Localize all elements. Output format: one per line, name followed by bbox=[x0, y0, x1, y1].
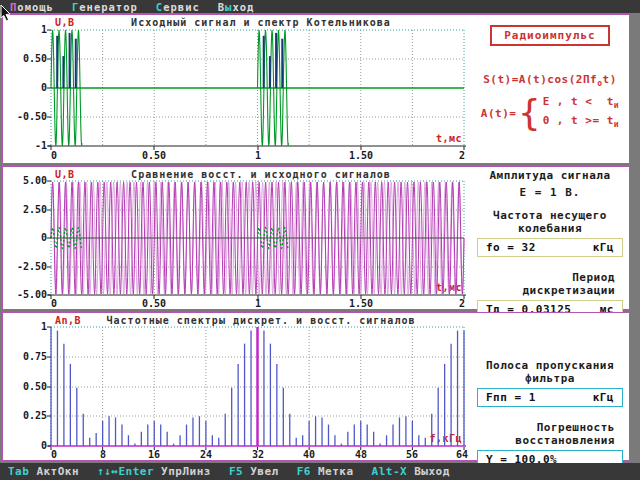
plot3-xtick: 32 bbox=[252, 449, 264, 460]
plot1-xtick: 2 bbox=[459, 150, 465, 161]
error-header-line1: Погрешность bbox=[475, 421, 625, 434]
plot2-title: Сравнение восст. и исходного сигналов bbox=[131, 169, 391, 180]
amplitude-header: Амплитуда сигнала bbox=[475, 169, 625, 182]
plot3-xtick: 16 bbox=[148, 449, 160, 460]
plot2-xtick: 0 bbox=[51, 298, 57, 309]
plot-spectra[interactable]: An,B Частотные спектры дискрет. и восст.… bbox=[3, 313, 471, 460]
panel-original-signal[interactable]: U,B Исходный сигнал и спектр Котельников… bbox=[2, 14, 630, 164]
plot3-ytick: 0 bbox=[41, 440, 47, 451]
band-header-line2: фильтра bbox=[475, 372, 625, 385]
amplitude-value: E = 1 В. bbox=[475, 186, 625, 199]
plot3-xtick: 64 bbox=[456, 449, 468, 460]
plot2-xtick: 2 bbox=[459, 298, 465, 309]
plot2-canvas bbox=[47, 181, 466, 299]
brace-glyph: { bbox=[518, 95, 540, 131]
plot3-ytick: 0.75 bbox=[23, 351, 47, 362]
plot1-title: Исходный сигнал и спектр Котельникова bbox=[131, 17, 391, 28]
info-signal-params: Амплитуда сигнала E = 1 В. Частота несущ… bbox=[471, 167, 629, 309]
period-header-line1: Период bbox=[475, 271, 625, 284]
plot2-ytick: -2.50 bbox=[17, 261, 47, 272]
period-header-line2: дискретизации bbox=[475, 284, 625, 297]
plot2-xtick: 0.50 bbox=[142, 298, 166, 309]
filter-band-box: Fпп = 1кГц bbox=[477, 388, 623, 407]
plot2-ylabel: U,B bbox=[55, 169, 75, 180]
plot3-xtick: 56 bbox=[406, 449, 418, 460]
statuskey-altx[interactable]: Alt-XВыход bbox=[372, 465, 450, 478]
carrier-header-line2: колебания bbox=[475, 222, 625, 235]
menu-item-help[interactable]: Помощь bbox=[10, 1, 54, 13]
plot3-ylabel: An,B bbox=[55, 315, 81, 326]
statuskey-f5[interactable]: F5Увел bbox=[229, 465, 279, 478]
statuskey-arrows-enter[interactable]: ↑↓↔EnterУпрЛинз bbox=[97, 465, 211, 478]
plot3-xtick: 40 bbox=[303, 449, 315, 460]
carrier-frequency-box: fo = 32кГц bbox=[477, 238, 623, 257]
plot1-xtick: 1.50 bbox=[349, 150, 373, 161]
status-bar: TabАктОкн ↑↓↔EnterУпрЛинз F5Увел F6Метка… bbox=[0, 463, 640, 480]
panel-spectra[interactable]: An,B Частотные спектры дискрет. и восст.… bbox=[2, 312, 630, 461]
plot1-xtick: 0 bbox=[51, 150, 57, 161]
radio-pulse-badge: Радиоимпульс bbox=[490, 25, 609, 46]
envelope-formula: A(t)= { E , t < tи 0 , t >= tи bbox=[475, 94, 625, 132]
plot2-ytick: 2.50 bbox=[23, 204, 47, 215]
statuskey-f6[interactable]: F6Метка bbox=[297, 465, 354, 478]
plot-original-signal[interactable]: U,B Исходный сигнал и спектр Котельников… bbox=[3, 15, 471, 163]
plot1-ytick: 0.50 bbox=[23, 53, 47, 64]
plot1-xtick: 0.50 bbox=[142, 150, 166, 161]
plot2-ytick: 5.00 bbox=[23, 175, 47, 186]
plot3-ytick: 1 bbox=[41, 321, 47, 332]
plot3-xtick: 24 bbox=[200, 449, 212, 460]
plot1-ytick: -1 bbox=[35, 140, 47, 151]
plot1-ytick: 0 bbox=[41, 82, 47, 93]
plot2-xtick: 1.50 bbox=[349, 298, 373, 309]
signal-formula: S(t)=A(t)cos(2Πfot) bbox=[475, 73, 625, 88]
plot3-ytick: 0.50 bbox=[23, 381, 47, 392]
plot1-canvas bbox=[47, 30, 466, 150]
menu-item-generator[interactable]: Генератор bbox=[72, 1, 138, 13]
plot3-xtick: 48 bbox=[355, 449, 367, 460]
menu-item-service[interactable]: Сервис bbox=[156, 1, 200, 13]
carrier-header-line1: Частота несущего bbox=[475, 209, 625, 222]
plot1-xtick: 1 bbox=[255, 150, 261, 161]
plot2-ytick: 0 bbox=[41, 232, 47, 243]
plot1-xlabel: t,мс bbox=[436, 133, 462, 144]
app-screen: Помощь Генератор Сервис Выход U,B Исходн… bbox=[0, 0, 640, 480]
plot1-ytick: 1 bbox=[41, 24, 47, 35]
info-filter-params: Полоса пропускания фильтра Fпп = 1кГц По… bbox=[471, 313, 629, 460]
plot3-xtick: 0 bbox=[51, 449, 57, 460]
plot3-xtick: 8 bbox=[100, 449, 106, 460]
plot3-canvas bbox=[47, 327, 466, 450]
plot2-ytick: -5.00 bbox=[17, 289, 47, 300]
plot3-title: Частотные спектры дискрет. и восст. сигн… bbox=[107, 315, 416, 326]
plot1-ylabel: U,B bbox=[55, 17, 75, 28]
plot3-ytick: 0.25 bbox=[23, 410, 47, 421]
panel-comparison[interactable]: U,B Сравнение восст. и исходного сигнало… bbox=[2, 166, 630, 310]
info-radio-pulse: Радиоимпульс S(t)=A(t)cos(2Πfot) A(t)= {… bbox=[471, 15, 629, 163]
plot1-ytick: -0.50 bbox=[17, 111, 47, 122]
band-header-line1: Полоса пропускания bbox=[475, 359, 625, 372]
error-header-line2: восстановления bbox=[475, 434, 625, 447]
plot2-xtick: 1 bbox=[255, 298, 261, 309]
menu-item-exit[interactable]: Выход bbox=[218, 1, 255, 13]
menu-bar: Помощь Генератор Сервис Выход bbox=[0, 0, 640, 13]
statuskey-tab[interactable]: TabАктОкн bbox=[8, 465, 79, 478]
plot-comparison[interactable]: U,B Сравнение восст. и исходного сигнало… bbox=[3, 167, 471, 309]
